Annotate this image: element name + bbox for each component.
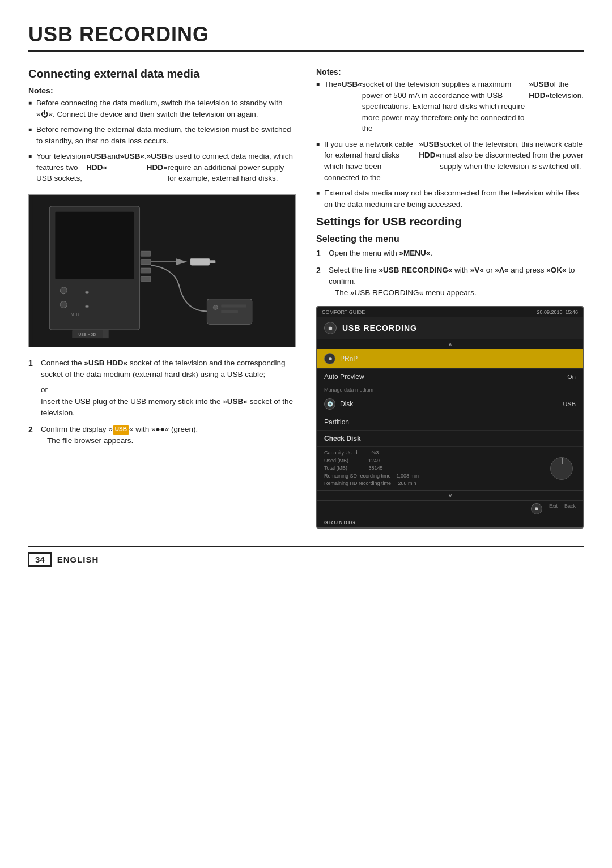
screen-row-partition: Partition: [317, 414, 583, 431]
screen-stats: Capacity Used %3 Used (MB) 1249 Total (M…: [317, 447, 583, 490]
svg-text:MTR: MTR: [71, 312, 79, 316]
prnp-label: PRnP: [340, 355, 576, 363]
screen-title: USB RECORDING: [342, 324, 417, 333]
svg-rect-8: [141, 251, 151, 256]
insert-text: Insert the USB plug of the USB memory st…: [41, 396, 296, 418]
autopreview-label: Auto Preview: [324, 373, 567, 381]
svg-rect-10: [141, 268, 151, 273]
disk-label: Disk: [340, 400, 563, 408]
svg-rect-2: [55, 212, 134, 279]
screen-bottom-icons: ⏺: [531, 503, 542, 514]
chevron-down: ∨: [317, 490, 583, 500]
svg-rect-15: [210, 260, 215, 263]
stats-right: [547, 449, 576, 488]
svg-rect-19: [221, 310, 238, 313]
disk-icon: 💿: [324, 398, 335, 410]
used-mb: Used (MB) 1249: [324, 457, 542, 465]
svg-point-4: [60, 287, 67, 294]
screen-row-prnp: ⏺ PRnP: [317, 349, 583, 369]
usb-badge: USB: [113, 425, 129, 435]
svg-text:◉: ◉: [85, 290, 89, 295]
chevron-up: ∧: [317, 339, 583, 349]
screen-ui: COMFORT GUIDE 20.09.2010 15:46 ⏺ USB REC…: [316, 306, 584, 529]
grundig-logo: GRUNDIG: [317, 517, 583, 527]
screen-header: ⏺ USB RECORDING: [317, 317, 583, 339]
screen-row-autopreview: Auto Preview On: [317, 369, 583, 385]
checkdisk-label: Check Disk: [324, 435, 576, 442]
right-step-2: 2 Select the line »USB RECORDING« with »…: [316, 265, 584, 298]
insert-step: Insert the USB plug of the USB memory st…: [28, 396, 296, 418]
svg-text:USB HDD: USB HDD: [78, 333, 96, 337]
step-1-num: 1: [28, 358, 41, 369]
right-note-2: If you use a network cable for external …: [316, 139, 584, 183]
manage-data-label: Manage data medium: [317, 385, 583, 394]
back-label: Back: [564, 503, 576, 514]
steps-right: 1 Open the menu with »MENU«. 2 Select th…: [316, 248, 584, 298]
screen-top-bar: COMFORT GUIDE 20.09.2010 15:46: [317, 307, 583, 317]
section-title-left: Connecting external data media: [28, 67, 296, 80]
page-footer: 34 ENGLISH: [28, 546, 584, 567]
exit-label: Exit: [549, 503, 558, 514]
right-column: Notes: The »USB« socket of the televisio…: [316, 67, 584, 529]
page-language: ENGLISH: [57, 555, 99, 564]
pie-chart: [550, 457, 573, 480]
subsection-title: Selecting the menu: [316, 234, 584, 244]
comfort-guide-label: COMFORT GUIDE: [322, 309, 365, 315]
capacity-used: Capacity Used %3: [324, 449, 542, 457]
nav-icon-record: ⏺: [324, 322, 337, 334]
sd-time: Remaining SD recording time 1,008 min: [324, 473, 542, 480]
total-mb: Total (MB) 38145: [324, 465, 542, 473]
tv-connection-image: USB HDD ◉: [28, 194, 296, 347]
note-item-2: Before removing the external data medium…: [28, 124, 296, 146]
svg-rect-9: [141, 259, 151, 265]
notes-list-left: Before connecting the data medium, switc…: [28, 97, 296, 184]
svg-text:◉: ◉: [85, 303, 89, 308]
disk-value: USB: [563, 401, 576, 407]
or-text: or: [41, 385, 296, 394]
prnp-icon: ⏺: [324, 353, 335, 364]
step-2: 2 Confirm the display »USB« with »●●« (g…: [28, 424, 296, 446]
svg-point-5: [60, 301, 67, 308]
left-column: Connecting external data media Notes: Be…: [28, 67, 296, 529]
svg-rect-11: [141, 276, 151, 282]
screen-row-checkdisk: Check Disk: [317, 431, 583, 447]
stats-left: Capacity Used %3 Used (MB) 1249 Total (M…: [324, 449, 542, 488]
notes-label-left: Notes:: [28, 86, 296, 95]
step-2-num: 2: [28, 424, 41, 435]
note-item-3: Your television features two USB sockets…: [28, 151, 296, 184]
svg-rect-18: [221, 304, 246, 307]
right-step-2-num: 2: [316, 265, 329, 276]
right-step-2-content: Select the line »USB RECORDING« with »V«…: [329, 265, 584, 298]
notes-list-right: The »USB« socket of the television suppl…: [316, 79, 584, 210]
right-step-1-num: 1: [316, 248, 329, 259]
right-note-1: The »USB« socket of the television suppl…: [316, 79, 584, 134]
svg-rect-14: [190, 258, 210, 265]
notes-label-right: Notes:: [316, 67, 584, 76]
step-1-content: Connect the »USB HDD« socket of the tele…: [41, 358, 296, 380]
page-number: 34: [28, 552, 52, 567]
right-step-1-content: Open the menu with »MENU«.: [329, 248, 584, 259]
hd-time: Remaining HD recording time 288 min: [324, 480, 542, 488]
step-2-content: Confirm the display »USB« with »●●« (gre…: [41, 424, 296, 446]
step-1: 1 Connect the »USB HDD« socket of the te…: [28, 358, 296, 380]
screen-datetime: 20.09.2010 15:46: [537, 309, 578, 315]
svg-point-17: [213, 305, 218, 309]
partition-label: Partition: [324, 418, 576, 426]
right-note-3: External data media may not be disconnec…: [316, 188, 584, 210]
section-title-right: Settings for USB recording: [316, 215, 584, 228]
autopreview-value: On: [567, 373, 576, 380]
screen-row-disk: 💿 Disk USB: [317, 394, 583, 414]
right-step-1: 1 Open the menu with »MENU«.: [316, 248, 584, 259]
steps-left: 1 Connect the »USB HDD« socket of the te…: [28, 358, 296, 446]
note-item-1: Before connecting the data medium, switc…: [28, 97, 296, 120]
page-title: USB RECORDING: [28, 23, 584, 52]
bottom-icon-1: ⏺: [531, 503, 542, 514]
screen-bottom-bar: ⏺ Exit Back: [317, 500, 583, 517]
